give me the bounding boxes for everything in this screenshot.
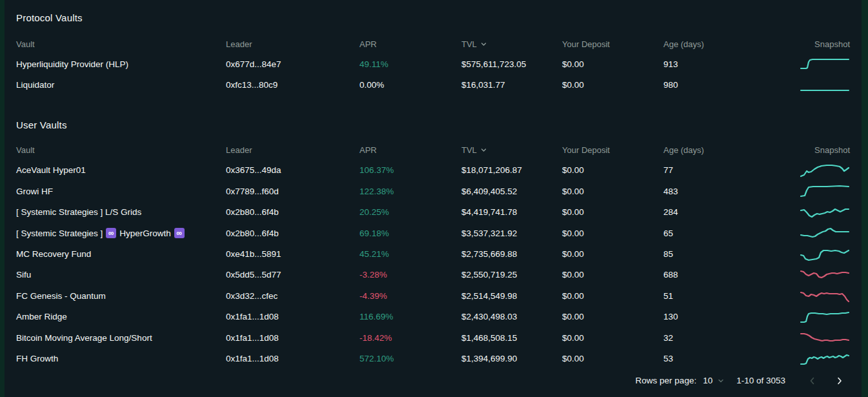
tvl-value: $1,394,699.90 [461, 354, 562, 363]
column-header-vault[interactable]: Vault [16, 145, 226, 155]
next-page-button[interactable] [833, 374, 846, 387]
age-value: 65 [663, 229, 792, 238]
age-value: 980 [663, 80, 792, 90]
column-header-apr[interactable]: APR [359, 145, 461, 155]
deposit-value: $0.00 [562, 229, 663, 238]
chevron-left-icon [807, 376, 818, 386]
deposit-value: $0.00 [562, 249, 663, 259]
apr-value: 122.38% [359, 187, 461, 196]
leader-address[interactable]: 0x7789...f60d [226, 187, 359, 196]
column-header-vault[interactable]: Vault [16, 39, 226, 49]
leader-address[interactable]: 0xe41b...5891 [226, 249, 359, 259]
tvl-value: $2,735,669.88 [461, 249, 562, 259]
tvl-value: $3,537,321.92 [461, 229, 562, 238]
deposit-value: $0.00 [562, 354, 663, 363]
vault-name: [ Systemic Strategies ] L/S Grids [16, 207, 226, 217]
column-header-apr[interactable]: APR [359, 39, 461, 49]
apr-value: -4.39% [359, 291, 461, 301]
sort-chevron-down-icon [480, 41, 487, 48]
table-row-hlp[interactable]: Hyperliquidity Provider (HLP) 0x677d...8… [16, 54, 850, 74]
sparkline [792, 309, 850, 325]
vault-name-prefix: [ Systemic Strategies ] [16, 229, 103, 238]
column-header-deposit[interactable]: Your Deposit [562, 145, 663, 155]
age-value: 913 [663, 59, 792, 69]
vault-name: Hyperliquidity Provider (HLP) [16, 59, 226, 69]
leader-address[interactable]: 0x1fa1...1d08 [226, 354, 359, 363]
vault-name: AceVault Hyper01 [16, 165, 226, 175]
age-value: 77 [663, 165, 792, 175]
sparkline [792, 267, 850, 283]
apr-value: 572.10% [359, 354, 461, 363]
column-header-tvl[interactable]: TVL [461, 145, 562, 155]
table-row[interactable]: [ Systemic Strategies ] L/S Grids 0x2b80… [16, 202, 850, 223]
sparkline [792, 56, 850, 72]
column-header-leader[interactable]: Leader [226, 145, 359, 155]
apr-value: 49.11% [359, 59, 461, 69]
age-value: 284 [663, 207, 792, 217]
sparkline [792, 183, 850, 199]
user-vaults-title: User Vaults [16, 119, 850, 130]
sparkline [792, 247, 850, 262]
leader-address[interactable]: 0x3675...49da [226, 165, 359, 175]
age-value: 32 [663, 333, 792, 343]
leader-address[interactable]: 0x5dd5...5d77 [226, 270, 359, 280]
leader-address[interactable]: 0xfc13...80c9 [226, 80, 359, 90]
vault-name: Amber Ridge [16, 312, 226, 321]
protocol-table-header: Vault Leader APR TVL Your Deposit Age (d… [16, 34, 850, 54]
leader-address[interactable]: 0x2b80...6f4b [226, 207, 359, 217]
apr-value: 20.25% [359, 207, 461, 217]
apr-value: -18.42% [359, 333, 461, 343]
column-header-age[interactable]: Age (days) [663, 39, 792, 49]
age-value: 688 [663, 270, 792, 280]
user-table-header: Vault Leader APR TVL Your Deposit Age (d… [16, 141, 850, 160]
sparkline [792, 163, 850, 178]
column-header-tvl-label: TVL [461, 39, 477, 49]
vault-name-main: HyperGrowth [119, 229, 171, 238]
vault-name: FC Genesis - Quantum [16, 291, 226, 301]
vaults-panel: Protocol Vaults Vault Leader APR TVL You… [5, 0, 862, 397]
apr-value: 0.00% [359, 80, 461, 90]
table-row[interactable]: AceVault Hyper01 0x3675...49da 106.37% $… [16, 160, 850, 181]
tvl-value: $575,611,723.05 [461, 59, 562, 69]
table-row[interactable]: [ Systemic Strategies ] ∞ HyperGrowth ∞ … [16, 223, 850, 243]
table-row[interactable]: Amber Ridge 0x1fa1...1d08 116.69% $2,430… [16, 307, 850, 327]
vaults-page: Protocol Vaults Vault Leader APR TVL You… [0, 0, 868, 397]
table-row[interactable]: Bitcoin Moving Average Long/Short 0x1fa1… [16, 327, 850, 348]
table-row[interactable]: Growi HF 0x7789...f60d 122.38% $6,409,40… [16, 181, 850, 201]
vault-name: FH Growth [16, 354, 226, 363]
apr-value: 106.37% [359, 165, 461, 175]
age-value: 483 [663, 187, 792, 196]
rows-per-page-label: Rows per page: [636, 376, 697, 385]
age-value: 53 [663, 354, 792, 363]
sparkline [792, 288, 850, 303]
rows-per-page-select[interactable]: 10 [703, 376, 725, 385]
apr-value: 116.69% [359, 312, 461, 321]
table-row-liquidator[interactable]: Liquidator 0xfc13...80c9 0.00% $16,031.7… [16, 74, 850, 95]
vault-name: Liquidator [16, 80, 226, 90]
column-header-tvl[interactable]: TVL [461, 39, 562, 49]
rows-per-page-value: 10 [703, 376, 712, 385]
column-header-deposit[interactable]: Your Deposit [562, 39, 663, 49]
tvl-value: $2,430,498.03 [461, 312, 562, 321]
leader-address[interactable]: 0x677d...84e7 [226, 59, 359, 69]
prev-page-button[interactable] [806, 374, 819, 387]
tvl-value: $2,514,549.98 [461, 291, 562, 301]
chevron-down-icon [717, 377, 725, 385]
age-value: 51 [663, 291, 792, 301]
leader-address[interactable]: 0x1fa1...1d08 [226, 333, 359, 343]
apr-value: 45.21% [359, 249, 461, 259]
table-row[interactable]: Sifu 0x5dd5...5d77 -3.28% $2,550,719.25 … [16, 265, 850, 285]
table-row[interactable]: MC Recovery Fund 0xe41b...5891 45.21% $2… [16, 243, 850, 264]
column-header-leader[interactable]: Leader [226, 39, 359, 49]
column-header-age[interactable]: Age (days) [663, 145, 792, 155]
leader-address[interactable]: 0x2b80...6f4b [226, 229, 359, 238]
pagination-bar: Rows per page: 10 1-10 of 3053 [16, 372, 850, 389]
deposit-value: $0.00 [562, 291, 663, 301]
leader-address[interactable]: 0x3d32...cfec [226, 291, 359, 301]
infinity-badge-icon: ∞ [106, 228, 116, 238]
table-row[interactable]: FC Genesis - Quantum 0x3d32...cfec -4.39… [16, 285, 850, 306]
protocol-vaults-title: Protocol Vaults [16, 12, 850, 23]
sparkline [792, 225, 850, 241]
leader-address[interactable]: 0x1fa1...1d08 [226, 312, 359, 321]
table-row[interactable]: FH Growth 0x1fa1...1d08 572.10% $1,394,6… [16, 348, 850, 369]
